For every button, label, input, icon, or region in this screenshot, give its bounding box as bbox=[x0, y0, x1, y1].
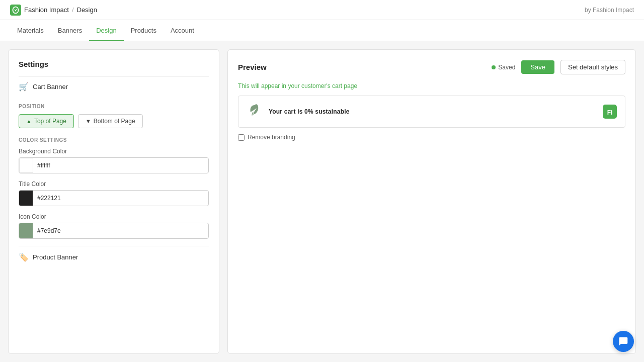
app-logo-icon bbox=[10, 5, 21, 16]
remove-branding-label[interactable]: Remove branding bbox=[248, 134, 295, 141]
product-banner-section[interactable]: 🏷️ Product Banner bbox=[19, 246, 209, 262]
preview-title: Preview bbox=[238, 63, 267, 71]
nav-materials[interactable]: Materials bbox=[10, 20, 51, 41]
set-default-styles-button[interactable]: Set default styles bbox=[560, 60, 625, 74]
color-settings-label: COLOR SETTINGS bbox=[19, 137, 209, 143]
chat-icon bbox=[618, 336, 628, 346]
svg-rect-0 bbox=[10, 5, 21, 16]
icon-color-input[interactable] bbox=[33, 227, 208, 234]
settings-panel: Settings 🛒 Cart Banner POSITION ▲ Top of… bbox=[8, 49, 219, 354]
icon-color-row: Icon Color bbox=[19, 213, 209, 239]
bottom-label: Bottom of Page bbox=[94, 118, 135, 125]
cart-banner-label: Cart Banner bbox=[33, 83, 68, 90]
arrow-up-icon: ▲ bbox=[26, 118, 32, 124]
remove-branding-checkbox[interactable] bbox=[238, 134, 245, 141]
title-color-input-row[interactable] bbox=[19, 190, 209, 206]
saved-dot-icon bbox=[492, 65, 496, 69]
header-separator: / bbox=[72, 6, 74, 14]
header-byline: by Fashion Impact bbox=[585, 7, 634, 14]
preview-header: Preview Saved Save Set default styles bbox=[238, 60, 625, 74]
banner-text: Your cart is 0% sustainable bbox=[269, 108, 350, 115]
icon-color-swatch[interactable] bbox=[19, 223, 33, 238]
nav-design[interactable]: Design bbox=[89, 20, 123, 41]
background-color-row: Background Color bbox=[19, 148, 209, 173]
header-page: Design bbox=[77, 6, 97, 14]
preview-actions: Saved Save Set default styles bbox=[492, 60, 625, 74]
arrow-down-icon: ▼ bbox=[86, 118, 91, 124]
preview-hint: This will appear in your customer's cart… bbox=[238, 82, 625, 89]
top-label: Top of Page bbox=[34, 118, 66, 125]
cart-icon: 🛒 bbox=[19, 82, 29, 92]
nav-products[interactable]: Products bbox=[124, 20, 164, 41]
icon-color-input-row[interactable] bbox=[19, 223, 209, 239]
position-buttons: ▲ Top of Page ▼ Bottom of Page bbox=[19, 114, 209, 128]
banner-preview: Your cart is 0% sustainable Fi bbox=[238, 96, 625, 128]
background-color-input-row[interactable] bbox=[19, 157, 209, 173]
icon-color-label: Icon Color bbox=[19, 213, 209, 220]
product-icon: 🏷️ bbox=[19, 252, 29, 262]
product-banner-label: Product Banner bbox=[33, 253, 78, 261]
nav-banners[interactable]: Banners bbox=[51, 20, 89, 41]
title-color-input[interactable] bbox=[33, 195, 208, 202]
preview-panel: Preview Saved Save Set default styles Th… bbox=[227, 49, 636, 354]
saved-indicator: Saved bbox=[492, 64, 515, 71]
title-color-row: Title Color bbox=[19, 180, 209, 206]
nav-account[interactable]: Account bbox=[164, 20, 201, 41]
title-color-swatch[interactable] bbox=[19, 191, 33, 206]
svg-text:Fi: Fi bbox=[607, 109, 613, 116]
title-color-label: Title Color bbox=[19, 180, 209, 188]
banner-left: Your cart is 0% sustainable bbox=[247, 102, 350, 121]
save-button[interactable]: Save bbox=[521, 60, 554, 74]
background-color-input[interactable] bbox=[33, 162, 208, 169]
header-left: Fashion Impact / Design bbox=[10, 5, 97, 16]
bottom-of-page-button[interactable]: ▼ Bottom of Page bbox=[78, 114, 143, 128]
settings-title: Settings bbox=[19, 60, 209, 68]
brand-name: Fashion Impact bbox=[24, 6, 69, 14]
main-nav: Materials Banners Design Products Accoun… bbox=[0, 20, 644, 41]
header: Fashion Impact / Design by Fashion Impac… bbox=[0, 0, 644, 20]
leaf-icon bbox=[247, 102, 263, 121]
remove-branding-row: Remove branding bbox=[238, 134, 625, 141]
position-label: POSITION bbox=[19, 104, 209, 109]
brand-logo-icon: Fi bbox=[603, 105, 617, 119]
main-content: Settings 🛒 Cart Banner POSITION ▲ Top of… bbox=[0, 41, 644, 362]
background-color-label: Background Color bbox=[19, 148, 209, 155]
background-color-swatch[interactable] bbox=[19, 158, 33, 173]
chat-button[interactable] bbox=[613, 331, 634, 352]
cart-banner-section[interactable]: 🛒 Cart Banner bbox=[19, 76, 209, 97]
saved-label: Saved bbox=[498, 64, 515, 71]
top-of-page-button[interactable]: ▲ Top of Page bbox=[19, 114, 74, 128]
